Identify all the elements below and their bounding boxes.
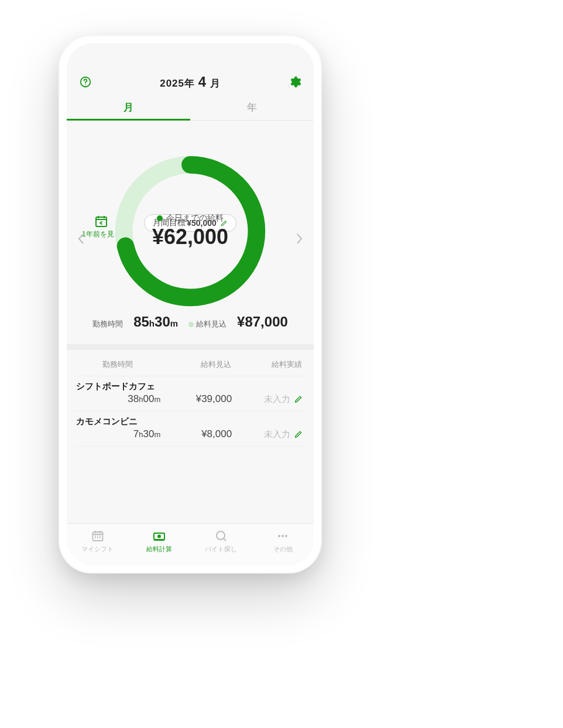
money-icon [129,528,191,544]
job-name: カモメコンビニ [75,416,305,428]
summary-row: 勤務時間 85h30m 給料見込 ¥87,000 [67,310,314,338]
table-row[interactable]: カモメコンビニ 7h30m ¥8,000 未入力 [75,411,305,447]
page-title: 2025年 4 月 [160,74,221,90]
gear-icon[interactable] [287,74,303,90]
th-hours: 勤務時間 [75,359,160,370]
tabbar-myshift-label: マイシフト [67,545,129,554]
cell-estimate: ¥39,000 [160,393,232,405]
tabbar-salary[interactable]: 給料計算 [129,528,191,554]
tabbar-salary-label: 給料計算 [129,545,191,554]
search-icon [190,528,252,544]
jobs-table: 勤務時間 給料見込 給料実績 シフトボードカフェ 38h00m ¥39,000 … [67,350,314,447]
th-estimate: 給料見込 [160,359,231,370]
bottom-tabbar: マイシフト 給料計算 [67,523,314,565]
job-name: シフトボードカフェ [75,381,305,393]
tabbar-jobsearch-label: バイト探し [190,545,252,554]
cell-actual: 未入力 [232,394,303,405]
cell-estimate: ¥8,000 [160,428,232,440]
header: 2025年 4 月 [67,43,314,95]
tabbar-other-label: その他 [252,545,314,554]
donut-label: 今日までの給料 [166,213,224,224]
svg-point-10 [282,535,284,537]
title-month: 4 [198,74,207,90]
calendar-icon [67,528,129,544]
svg-point-11 [285,535,287,537]
svg-point-7 [157,535,161,538]
tabbar-myshift[interactable]: マイシフト [67,528,129,554]
table-header: 勤務時間 給料見込 給料実績 [75,357,305,376]
chevron-right-icon [295,232,303,245]
svg-point-8 [217,531,225,540]
estimate-label: 給料見込 [188,319,226,329]
chart-area: 1年前を見る 月間目標 ¥50,000 [67,121,314,344]
work-hours-label: 勤務時間 [92,319,123,329]
help-icon[interactable] [77,74,94,90]
svg-point-1 [85,84,85,85]
th-actual: 給料実績 [231,359,302,370]
period-tabs: 月 年 [67,95,314,121]
chevron-left-icon [77,232,85,245]
cell-actual: 未入力 [232,429,303,440]
tabbar-jobsearch[interactable]: バイト探し [190,528,252,554]
svg-point-9 [278,535,280,537]
next-month-button[interactable] [289,226,309,255]
cell-hours: 7h30m [75,428,160,440]
tab-month[interactable]: 月 [67,95,190,120]
work-hours-value: 85h30m [133,314,178,330]
cell-hours: 38h00m [75,393,160,405]
more-icon [252,528,314,544]
title-year: 2025年 [160,78,195,89]
phone-frame: 2025年 4 月 月 年 [59,35,322,574]
legend-dot-estimate [188,322,194,327]
donut-amount: ¥62,000 [152,225,228,249]
prev-month-button[interactable] [71,226,91,255]
pencil-icon[interactable] [294,394,303,404]
tab-year[interactable]: 年 [190,95,314,120]
legend-dot-actual [157,215,163,221]
pencil-icon[interactable] [294,430,303,439]
table-row[interactable]: シフトボードカフェ 38h00m ¥39,000 未入力 [75,376,305,411]
salary-progress-donut: 今日までの給料 ¥62,000 [111,152,269,310]
title-month-suffix: 月 [210,78,221,89]
section-divider [67,344,314,350]
donut-center: 今日までの給料 ¥62,000 [111,152,269,310]
phone-screen: 2025年 4 月 月 年 [67,43,314,565]
estimate-value: ¥87,000 [237,314,288,330]
tabbar-other[interactable]: その他 [252,528,314,554]
